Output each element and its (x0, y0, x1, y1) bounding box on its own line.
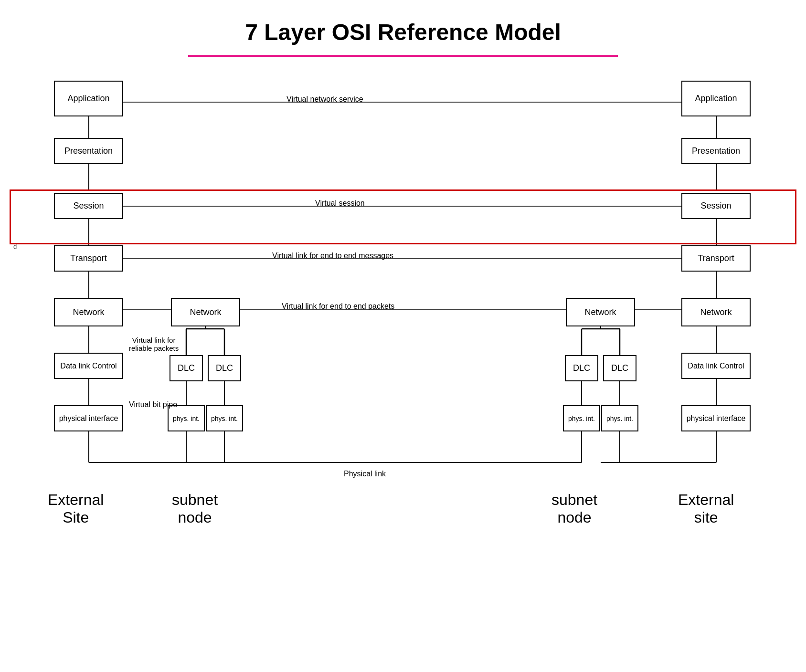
left-presentation-box: Presentation (54, 138, 123, 164)
subnet-node-left-label: subnet node (172, 491, 218, 526)
left-network-box: Network (54, 298, 123, 326)
right-physical-box: physical interface (681, 405, 751, 431)
virtual-link-messages-label: Virtual link for end to end messages (272, 252, 393, 260)
right-transport-box: Transport (681, 245, 751, 272)
subnet-node-right-label: subnet node (551, 491, 597, 526)
virtual-link-packets-label: Virtual link for end to end packets (282, 302, 394, 311)
subnet1-phys2-box: phys. int. (206, 405, 243, 431)
session-highlight-box (10, 189, 796, 244)
left-physical-box: physical interface (54, 405, 123, 431)
left-transport-box: Transport (54, 245, 123, 272)
subnet2-dlc1-box: DLC (565, 355, 598, 381)
physical-link-label: Physical link (344, 470, 386, 478)
subnet1-network-box: Network (171, 298, 240, 326)
d-label: d (13, 243, 17, 250)
virtual-session-label: Virtual session (315, 199, 365, 208)
subnet2-phys1-box: phys. int. (563, 405, 600, 431)
right-session-box: Session (681, 193, 751, 219)
virtual-bit-pipe-label: Virtual bit pipe (129, 400, 177, 409)
decorative-line (188, 55, 618, 57)
page-title: 7 Layer OSI Reference Model (0, 0, 806, 55)
external-site-left-label: External Site (48, 491, 104, 526)
right-application-box: Application (681, 81, 751, 116)
subnet1-phys1-box: phys. int. (168, 405, 205, 431)
subnet2-phys2-box: phys. int. (601, 405, 638, 431)
subnet1-dlc1-box: DLC (170, 355, 203, 381)
virtual-link-reliable-label: Virtual link for reliable packets (129, 336, 179, 352)
subnet1-dlc2-box: DLC (208, 355, 241, 381)
left-application-box: Application (54, 81, 123, 116)
subnet2-dlc2-box: DLC (603, 355, 636, 381)
right-network-box: Network (681, 298, 751, 326)
subnet2-network-box: Network (566, 298, 635, 326)
left-dlc-box: Data link Control (54, 353, 123, 379)
external-site-right-label: External site (678, 491, 734, 526)
left-session-box: Session (54, 193, 123, 219)
right-presentation-box: Presentation (681, 138, 751, 164)
virtual-network-service-label: Virtual network service (286, 95, 363, 104)
right-dlc-box: Data link Control (681, 353, 751, 379)
diagram-container: Application Presentation Session Transpo… (0, 71, 806, 672)
